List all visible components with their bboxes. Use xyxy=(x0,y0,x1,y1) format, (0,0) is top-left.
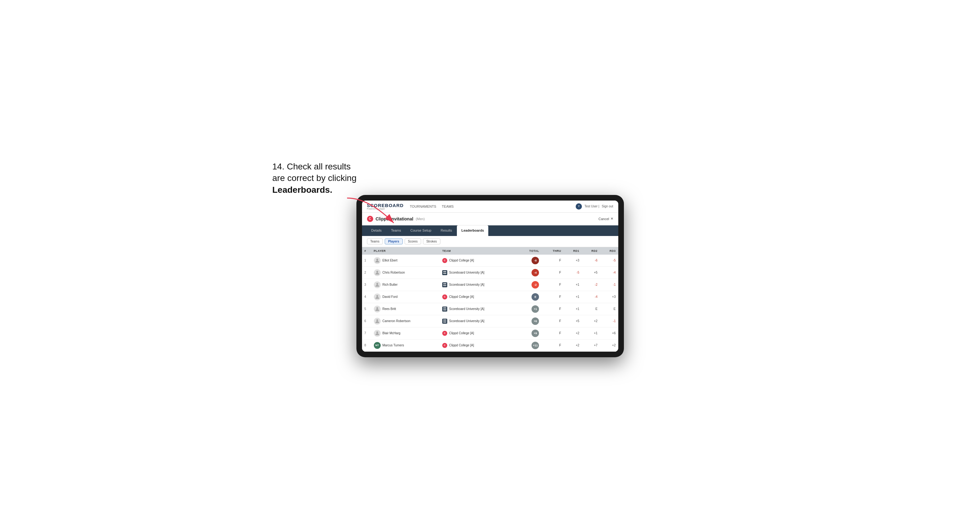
tournament-name: Clippd Invitational xyxy=(376,216,413,221)
instruction-line2: are correct by clicking xyxy=(272,173,357,183)
tab-leaderboards[interactable]: Leaderboards xyxy=(457,225,488,236)
col-player: PLAYER xyxy=(371,247,440,255)
score-badge: -2 xyxy=(531,281,539,289)
team-name: Clippd College [A] xyxy=(449,332,474,335)
logo-text: SCOREBOARD xyxy=(367,203,404,208)
team-icon: C xyxy=(442,294,447,299)
tab-details[interactable]: Details xyxy=(367,225,386,236)
cell-thru: F xyxy=(541,303,563,315)
sign-out-link[interactable]: Sign out xyxy=(602,205,613,208)
leaderboard-body: 1Elliot EbertCClippd College [A]-8F+3-6-… xyxy=(362,255,618,352)
filter-players[interactable]: Players xyxy=(385,238,403,244)
filter-scores[interactable]: Scores xyxy=(405,238,421,244)
header-right: T Test User | Sign out xyxy=(576,203,613,210)
cell-player: Chris Robertson xyxy=(371,267,440,279)
team-icon xyxy=(442,282,447,287)
score-badge: +9 xyxy=(531,330,539,337)
cancel-label: Cancel xyxy=(598,217,609,221)
svg-point-6 xyxy=(376,319,378,321)
score-badge: -4 xyxy=(531,269,539,276)
tablet-frame: SCOREBOARD Powered by clippd TOURNAMENTS… xyxy=(356,195,624,357)
instruction-bold: Leaderboards. xyxy=(272,185,332,195)
score-badge: E xyxy=(531,293,539,301)
cell-thru: F xyxy=(541,291,563,303)
player-avatar xyxy=(374,257,381,264)
cell-rd2: -6 xyxy=(582,255,600,267)
cell-total: -8 xyxy=(517,255,541,267)
player-name: Marcus Turners xyxy=(383,344,404,347)
cell-rd2: +2 xyxy=(582,315,600,327)
team-icon: C xyxy=(442,258,447,263)
cell-rd1: +1 xyxy=(563,303,582,315)
tournament-title-area: C Clippd Invitational (Men) xyxy=(367,216,425,222)
tab-teams[interactable]: Teams xyxy=(387,225,405,236)
cell-rd2: +7 xyxy=(582,339,600,351)
cell-rd3: -1 xyxy=(600,315,618,327)
cell-rank: 4 xyxy=(362,291,371,303)
cell-player: Cameron Robertson xyxy=(371,315,440,327)
cell-team: CClippd College [A] xyxy=(440,291,517,303)
cell-total: -4 xyxy=(517,267,541,279)
table-row: 5Rees BrittScoreboard University [A]+1F+… xyxy=(362,303,618,315)
svg-point-7 xyxy=(376,332,378,333)
col-total: TOTAL xyxy=(517,247,541,255)
cell-rank: 6 xyxy=(362,315,371,327)
tab-course-setup[interactable]: Course Setup xyxy=(406,225,436,236)
cell-rd2: -4 xyxy=(582,291,600,303)
table-row: 6Cameron RobertsonScoreboard University … xyxy=(362,315,618,327)
cell-rd2: E xyxy=(582,303,600,315)
tab-results[interactable]: Results xyxy=(436,225,457,236)
team-icon: C xyxy=(442,331,447,336)
cell-player: Rees Britt xyxy=(371,303,440,315)
table-header-row: # PLAYER TEAM TOTAL THRU RD1 RD2 RD3 xyxy=(362,247,618,255)
clippd-logo-icon: C xyxy=(367,216,373,222)
cell-rd1: -5 xyxy=(563,267,582,279)
cell-thru: F xyxy=(541,255,563,267)
instruction-text: 14. Check all results are correct by cli… xyxy=(272,161,357,196)
cell-rd1: +3 xyxy=(563,255,582,267)
logo-sub: Powered by clippd xyxy=(367,208,404,210)
tournament-category: (Men) xyxy=(416,217,425,221)
col-rd3: RD3 xyxy=(600,247,618,255)
cell-rank: 2 xyxy=(362,267,371,279)
cell-rd2: +1 xyxy=(582,327,600,339)
cell-player: Blair McHarg xyxy=(371,327,440,339)
team-name: Scoreboard University [A] xyxy=(449,319,484,323)
player-name: Elliot Ebert xyxy=(383,259,398,262)
player-name: Rees Britt xyxy=(383,307,396,311)
cell-rd3: E xyxy=(600,303,618,315)
cell-rank: 1 xyxy=(362,255,371,267)
cell-rank: 7 xyxy=(362,327,371,339)
cell-rank: 3 xyxy=(362,279,371,291)
player-avatar xyxy=(374,294,381,300)
player-avatar xyxy=(374,330,381,337)
score-badge: +1 xyxy=(531,305,539,313)
filter-strokes[interactable]: Strokes xyxy=(423,238,441,244)
cell-total: E xyxy=(517,291,541,303)
cell-player: Rich Butler xyxy=(371,279,440,291)
cell-team: CClippd College [A] xyxy=(440,339,517,351)
col-rank: # xyxy=(362,247,371,255)
team-icon: C xyxy=(442,343,447,348)
cell-team: Scoreboard University [A] xyxy=(440,303,517,315)
col-rd2: RD2 xyxy=(582,247,600,255)
team-name: Clippd College [A] xyxy=(449,295,474,298)
table-row: 3Rich ButlerScoreboard University [A]-2F… xyxy=(362,279,618,291)
cancel-button[interactable]: Cancel ✕ xyxy=(598,217,613,221)
player-name: Cameron Robertson xyxy=(383,319,410,323)
svg-point-3 xyxy=(376,283,378,285)
logo-area: SCOREBOARD Powered by clippd xyxy=(367,203,404,210)
cell-rd3: +2 xyxy=(600,339,618,351)
col-thru: THRU xyxy=(541,247,563,255)
nav-tournaments[interactable]: TOURNAMENTS xyxy=(410,203,436,210)
cell-rd2: -2 xyxy=(582,279,600,291)
main-nav: TOURNAMENTS TEAMS xyxy=(410,203,570,210)
nav-teams[interactable]: TEAMS xyxy=(442,203,454,210)
filter-teams[interactable]: Teams xyxy=(367,238,383,244)
cell-team: Scoreboard University [A] xyxy=(440,279,517,291)
cell-total: +11 xyxy=(517,339,541,351)
table-row: 2Chris RobertsonScoreboard University [A… xyxy=(362,267,618,279)
cell-rd1: +1 xyxy=(563,291,582,303)
cell-thru: F xyxy=(541,327,563,339)
team-name: Scoreboard University [A] xyxy=(449,307,484,311)
